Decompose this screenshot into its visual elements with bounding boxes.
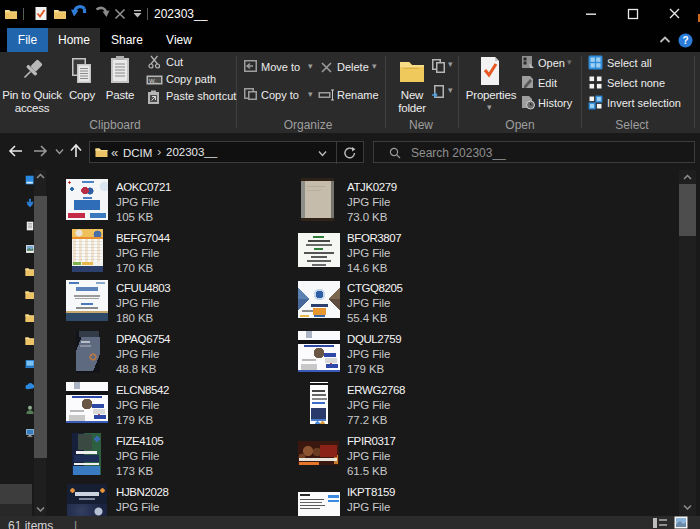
- svg-text:W..: W..: [149, 78, 158, 84]
- svg-text:?: ?: [682, 35, 688, 46]
